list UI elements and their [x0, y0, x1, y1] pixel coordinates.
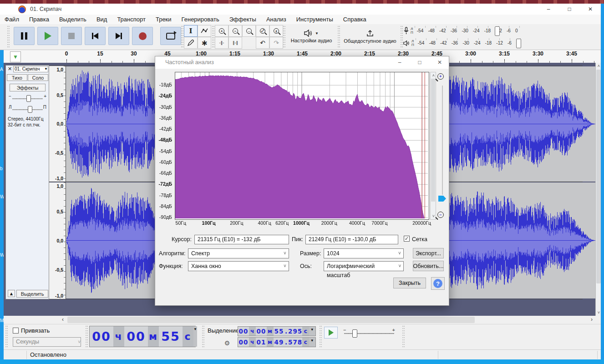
snap-mode-select[interactable]: Секунды˅: [13, 337, 81, 347]
snap-checkbox[interactable]: [13, 328, 19, 334]
play-at-speed-button[interactable]: [324, 327, 338, 339]
menu-item-Выделить[interactable]: Выделить: [59, 16, 86, 23]
plot-scrollbar-thumb[interactable]: [431, 79, 435, 202]
size-select[interactable]: 1024˅: [324, 248, 404, 258]
time-digit-group[interactable]: 55: [274, 327, 284, 336]
time-digit-group[interactable]: 55: [159, 326, 183, 347]
time-field-spinner[interactable]: ▼: [309, 327, 315, 336]
loop-region-button[interactable]: ▼: [10, 51, 21, 62]
dialog-maximize-button[interactable]: □: [410, 56, 430, 69]
time-digit-group[interactable]: .: [284, 338, 288, 347]
silence-audio-button[interactable]: ∥-∥: [228, 37, 242, 49]
time-unit-label[interactable]: ч: [249, 327, 256, 336]
multi-tool-button[interactable]: ∗: [198, 37, 211, 49]
zoom-out-button[interactable]: −: [228, 25, 242, 37]
stop-button[interactable]: [61, 27, 82, 45]
selection-settings-gear-icon[interactable]: ⚙: [223, 339, 231, 347]
collapse-track-button[interactable]: ▲: [8, 290, 15, 297]
toolbar-grip[interactable]: [283, 26, 285, 48]
time-field-spinner[interactable]: ▼: [193, 326, 197, 347]
time-unit-label[interactable]: м: [267, 338, 274, 347]
plot-zoom-out-icon[interactable]: −: [437, 212, 444, 218]
track-close-button[interactable]: ✕: [7, 66, 13, 72]
pause-button[interactable]: [14, 27, 35, 45]
redo-button[interactable]: ↷: [269, 37, 283, 49]
toolbar-grip[interactable]: [320, 326, 322, 349]
selection-end-field[interactable]: 00ч01м49.578с▼: [238, 337, 316, 347]
scroll-right-arrow[interactable]: ›: [588, 316, 595, 324]
playback-speed-slider[interactable]: − +: [342, 328, 396, 338]
menu-item-Справка[interactable]: Справка: [343, 16, 366, 23]
plot-zoom-slider[interactable]: [442, 86, 443, 195]
menu-item-Анализ[interactable]: Анализ: [266, 16, 286, 23]
meter-slider-handle[interactable]: [495, 26, 500, 36]
skip-to-start-button[interactable]: [85, 27, 106, 45]
menu-item-Правка[interactable]: Правка: [29, 16, 49, 23]
time-digit-group[interactable]: 00: [256, 327, 267, 336]
draw-tool-button[interactable]: [184, 37, 198, 49]
vertical-ruler-channel1[interactable]: 1,00,50,0-0,5-1,0: [49, 66, 66, 182]
recording-meter-scale[interactable]: -54-48-42-36-30-24-18-12-60: [415, 26, 520, 36]
solo-button[interactable]: Соло: [28, 74, 48, 81]
selection-start-field[interactable]: 00ч00м55.295с▼: [238, 326, 316, 336]
export-button[interactable]: Экспорт...: [413, 248, 444, 258]
zoom-toggle-button[interactable]: z: [269, 25, 283, 37]
playback-meter-scale[interactable]: -54-48-42-36-30-24-18-12-60: [416, 38, 521, 48]
dialog-close-button[interactable]: ✕: [430, 56, 450, 69]
selection-tool-button[interactable]: I: [184, 25, 198, 37]
time-digit-group[interactable]: 00: [238, 338, 249, 347]
dialog-close-action-button[interactable]: Закрыть: [393, 278, 426, 288]
select-track-button[interactable]: Выделить: [16, 290, 48, 298]
toolbar-grip[interactable]: [202, 326, 204, 349]
time-digit-group[interactable]: 00: [124, 326, 148, 347]
skip-to-end-button[interactable]: [108, 27, 129, 45]
time-digit-group[interactable]: 49: [274, 338, 284, 347]
dialog-minimize-button[interactable]: –: [390, 56, 410, 69]
toolbar-grip[interactable]: [401, 26, 403, 48]
axis-select[interactable]: Логарифмический масштаб˅: [324, 261, 404, 271]
toolbar-grip[interactable]: [402, 326, 405, 349]
grid-checkbox[interactable]: ✓: [404, 236, 410, 242]
audio-setup-button[interactable]: ▼ Настройки аудио: [286, 25, 337, 48]
plot-scrollbar[interactable]: ˄ ˅: [430, 72, 436, 220]
gain-slider[interactable]: − +: [8, 94, 47, 102]
horizontal-scrollbar-thumb[interactable]: [67, 317, 475, 323]
menu-item-Инструменты[interactable]: Инструменты: [296, 16, 333, 23]
help-button[interactable]: ?: [431, 277, 445, 290]
plot-scroll-up-arrow[interactable]: ˄: [431, 72, 437, 79]
spectrum-plot[interactable]: [175, 72, 429, 220]
speed-slider-thumb[interactable]: [352, 329, 357, 338]
zoom-in-button[interactable]: +: [215, 25, 228, 37]
toolbar-grip[interactable]: [5, 326, 8, 349]
pan-slider[interactable]: Л П: [8, 105, 47, 113]
toolbar-grip[interactable]: [212, 26, 214, 48]
time-digit-group[interactable]: .: [284, 327, 288, 336]
algorithm-select[interactable]: Спектр˅: [188, 248, 289, 258]
toolbar-grip[interactable]: [86, 326, 88, 349]
maximize-button[interactable]: □: [559, 4, 580, 15]
time-unit-label[interactable]: м: [267, 327, 274, 336]
function-select[interactable]: Ханна окно˅: [188, 261, 289, 271]
record-button[interactable]: [132, 27, 153, 45]
time-unit-label[interactable]: с: [302, 338, 309, 347]
time-unit-label[interactable]: м: [148, 326, 159, 347]
effects-button[interactable]: Эффекты: [10, 84, 46, 91]
minimize-button[interactable]: –: [538, 4, 559, 15]
pan-slider-thumb[interactable]: [28, 106, 32, 113]
undo-button[interactable]: ↶: [256, 37, 269, 49]
vertical-ruler-channel2[interactable]: 1,00,50,0-0,5-1,0: [49, 182, 66, 299]
plot-zoom-in-icon[interactable]: +: [437, 73, 444, 80]
close-button[interactable]: ✕: [580, 4, 601, 15]
time-digit-group[interactable]: 578: [288, 338, 302, 347]
toolbar-grip[interactable]: [181, 26, 183, 48]
time-field-spinner[interactable]: ▼: [309, 338, 315, 347]
share-audio-button[interactable]: Общедоступное аудио: [340, 25, 400, 48]
play-button[interactable]: [37, 27, 58, 45]
time-digit-group[interactable]: 295: [288, 327, 302, 336]
menu-item-Треки[interactable]: Треки: [156, 16, 172, 23]
playback-meter[interactable]: ЛП -54-48-42-36-30-24-18-12-60: [403, 37, 521, 49]
scroll-left-arrow[interactable]: ‹: [59, 316, 66, 324]
time-unit-label[interactable]: ч: [249, 338, 256, 347]
vertical-scrollbar-thumb[interactable]: [596, 70, 601, 283]
time-unit-label[interactable]: ч: [113, 326, 124, 347]
